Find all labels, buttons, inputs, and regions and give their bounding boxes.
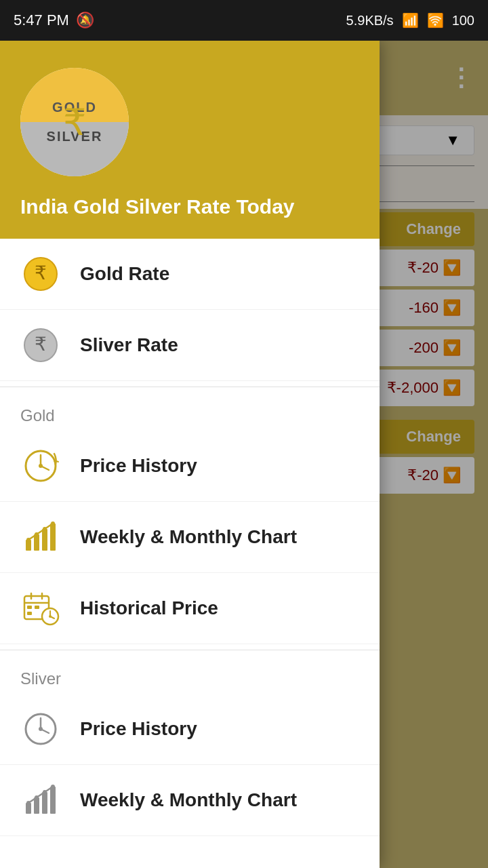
gold-historical-label: Historical Price [80, 597, 218, 619]
navigation-drawer: GOLD SILVER ₹ India Gold Silver Rate Tod… [0, 41, 380, 868]
rupee-icon: ₹ [63, 104, 86, 140]
signal-icon: 📶 [402, 12, 419, 28]
notification-icon: 🔕 [76, 12, 94, 29]
svg-rect-32 [34, 797, 39, 814]
silver-coin-icon: ₹ [20, 325, 61, 366]
svg-rect-34 [50, 787, 56, 814]
svg-point-38 [51, 785, 55, 789]
svg-line-7 [41, 466, 49, 470]
svg-rect-33 [42, 792, 47, 814]
drawer-item-gold-rate[interactable]: ₹ Gold Rate [0, 239, 380, 310]
svg-point-36 [35, 795, 39, 800]
svg-point-37 [43, 790, 47, 794]
drawer-item-gold-weekly-monthly[interactable]: Weekly & Monthly Chart [0, 502, 380, 573]
time-display: 5:47 PM [14, 12, 69, 29]
gold-section-label: Gold [0, 393, 380, 431]
divider-2 [0, 650, 380, 650]
gold-rate-label: Gold Rate [80, 263, 169, 285]
drawer-item-silver-rate[interactable]: ₹ Sliver Rate [0, 310, 380, 381]
wifi-icon: 🛜 [427, 12, 444, 28]
svg-rect-22 [27, 612, 32, 615]
drawer-item-gold-price-history[interactable]: Price History [0, 431, 380, 502]
divider [0, 387, 380, 387]
drawer-item-silver-price-history[interactable]: Price History [0, 694, 380, 765]
drawer-header: GOLD SILVER ₹ India Gold Silver Rate Tod… [0, 41, 380, 239]
chart-silver-icon [20, 780, 61, 821]
drawer-item-gold-historical[interactable]: Historical Price [0, 573, 380, 644]
clock-gold-icon [20, 446, 61, 486]
silver-price-history-label: Price History [80, 718, 197, 740]
drawer-item-silver-weekly-monthly[interactable]: Weekly & Monthly Chart [0, 765, 380, 836]
svg-point-35 [26, 801, 30, 805]
drawer-scrim[interactable] [380, 41, 488, 868]
svg-rect-9 [34, 534, 39, 551]
svg-rect-20 [27, 606, 32, 609]
battery-display: 100 [452, 13, 474, 28]
clock-silver-icon [20, 709, 61, 749]
navigation-drawer-overlay: GOLD SILVER ₹ India Gold Silver Rate Tod… [0, 41, 488, 868]
gold-coin-icon: ₹ [20, 254, 61, 294]
drawer-app-title: India Gold Silver Rate Today [20, 195, 359, 218]
status-bar: 5:47 PM 🔕 5.9KB/s 📶 🛜 100 [0, 0, 488, 41]
silver-section-label: Sliver [0, 656, 380, 694]
svg-rect-21 [35, 606, 39, 609]
calendar-clock-gold-icon [20, 588, 61, 629]
svg-text:₹: ₹ [35, 262, 47, 283]
gold-price-history-label: Price History [80, 455, 197, 477]
app-logo: GOLD SILVER ₹ [20, 68, 129, 176]
gold-weekly-monthly-label: Weekly & Monthly Chart [80, 526, 297, 548]
svg-point-14 [43, 527, 47, 531]
svg-point-12 [26, 538, 30, 542]
silver-rate-label: Sliver Rate [80, 334, 178, 356]
silver-weekly-monthly-label: Weekly & Monthly Chart [80, 789, 297, 811]
svg-text:₹: ₹ [35, 334, 47, 355]
svg-line-30 [41, 729, 49, 733]
svg-point-13 [35, 532, 39, 536]
svg-rect-10 [42, 529, 47, 551]
network-speed: 5.9KB/s [346, 13, 394, 28]
chart-gold-icon [20, 517, 61, 557]
svg-point-15 [51, 521, 55, 526]
svg-rect-11 [50, 524, 56, 551]
